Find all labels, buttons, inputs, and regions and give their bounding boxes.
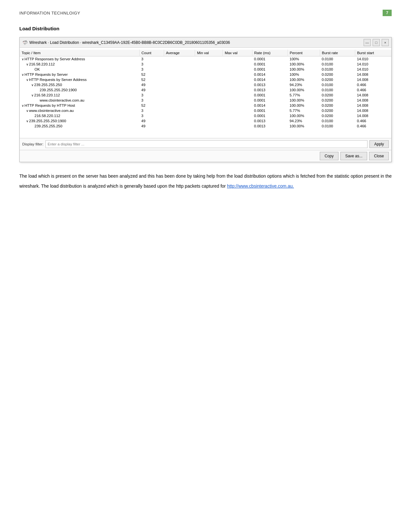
row-min — [195, 93, 223, 98]
minimize-button[interactable]: — — [364, 39, 371, 46]
row-average — [164, 98, 195, 103]
row-max — [223, 98, 252, 103]
copy-button[interactable]: Copy — [320, 152, 338, 160]
filter-bar: Display filter: Apply — [20, 138, 391, 150]
row-burst-rate: 0.0200 — [320, 93, 355, 98]
table-row: ∨216.58.220.11230.0001100.00%0.010014.01… — [20, 62, 391, 67]
apply-button[interactable]: Apply — [369, 140, 389, 148]
row-burst-start: 0.466 — [355, 82, 391, 87]
row-topic: 216.58.220.112 — [20, 113, 139, 118]
row-rate: 0.0013 — [252, 123, 288, 129]
table-area: Topic / Item Count Average Min val Max v… — [20, 48, 391, 138]
row-percent: 5.77% — [288, 108, 320, 113]
row-count: 3 — [139, 98, 164, 103]
title-bar: 🦈 Wireshark · Load Distribution · wiresh… — [20, 37, 391, 48]
chevron-icon: ∨ — [22, 104, 24, 107]
table-header: Topic / Item Count Average Min val Max v… — [20, 50, 391, 56]
row-percent: 100.00% — [288, 98, 320, 103]
row-min — [195, 98, 223, 103]
row-count: 49 — [139, 118, 164, 123]
table-row: OK30.0001100.00%0.010014.010 — [20, 67, 391, 72]
row-max — [223, 56, 252, 62]
row-rate: 0.0001 — [252, 62, 288, 67]
row-percent: 5.77% — [288, 93, 320, 98]
col-max: Max val — [223, 50, 252, 56]
row-min — [195, 67, 223, 72]
row-percent: 100.00% — [288, 103, 320, 108]
row-average — [164, 108, 195, 113]
row-average — [164, 113, 195, 118]
row-percent: 100.00% — [288, 113, 320, 118]
col-burst-rate: Burst rate — [320, 50, 355, 56]
col-count: Count — [139, 50, 164, 56]
chevron-icon: ∨ — [26, 63, 28, 66]
table-row: 239.255.255.250:1900490.0013100.00%0.010… — [20, 87, 391, 93]
chevron-icon: ∨ — [26, 109, 28, 113]
table-row: ∨HTTP Requests by HTTP Host520.0014100.0… — [20, 103, 391, 108]
row-average — [164, 93, 195, 98]
row-rate: 0.0014 — [252, 77, 288, 82]
col-rate: Rate (ms) — [252, 50, 288, 56]
row-rate: 0.0001 — [252, 67, 288, 72]
filter-input[interactable] — [45, 140, 367, 148]
maximize-button[interactable]: □ — [373, 39, 380, 46]
row-min — [195, 118, 223, 123]
close-button[interactable]: × — [382, 39, 389, 46]
table-row: www.cbsinteractive.com.au30.0001100.00%0… — [20, 98, 391, 103]
row-percent: 100% — [288, 72, 320, 77]
body-link[interactable]: http://www.cbsinteractive.com.au. — [227, 183, 294, 189]
row-burst-start: 14.010 — [355, 67, 391, 72]
row-burst-start: 0.466 — [355, 123, 391, 129]
row-burst-rate: 0.0100 — [320, 82, 355, 87]
row-burst-start: 14.008 — [355, 72, 391, 77]
row-burst-rate: 0.0200 — [320, 103, 355, 108]
row-burst-rate: 0.0200 — [320, 72, 355, 77]
row-topic: ∨239.255.255.250 — [20, 82, 139, 87]
col-average: Average — [164, 50, 195, 56]
row-burst-start: 14.010 — [355, 62, 391, 67]
table-row: 216.58.220.11230.0001100.00%0.020014.008 — [20, 113, 391, 118]
row-topic: ∨www.cbsinteractive.com.au — [20, 108, 139, 113]
row-topic: OK — [20, 67, 139, 72]
close-window-button[interactable]: Close — [369, 152, 389, 160]
title-bar-text: Wireshark · Load Distribution · wireshar… — [29, 40, 230, 45]
wireshark-icon: 🦈 — [22, 40, 27, 45]
row-count: 49 — [139, 82, 164, 87]
row-min — [195, 113, 223, 118]
row-rate: 0.0001 — [252, 56, 288, 62]
row-min — [195, 82, 223, 87]
chevron-icon: ∨ — [26, 78, 28, 82]
row-burst-start: 14.008 — [355, 108, 391, 113]
row-burst-start: 0.466 — [355, 118, 391, 123]
row-max — [223, 62, 252, 67]
row-percent: 94.23% — [288, 82, 320, 87]
section-heading: Load Distribution — [19, 26, 392, 31]
col-percent: Percent — [288, 50, 320, 56]
row-min — [195, 108, 223, 113]
row-average — [164, 103, 195, 108]
row-rate: 0.0014 — [252, 72, 288, 77]
save-as-button[interactable]: Save as... — [340, 152, 367, 160]
page-header: INFORMATION TECHNLOIGY 7 — [19, 10, 392, 16]
row-burst-rate: 0.0100 — [320, 123, 355, 129]
row-topic: 239.255.255.250:1900 — [20, 87, 139, 93]
page-number: 7 — [383, 10, 392, 16]
row-percent: 100% — [288, 56, 320, 62]
row-min — [195, 123, 223, 129]
row-average — [164, 72, 195, 77]
row-burst-start: 14.008 — [355, 103, 391, 108]
row-burst-start: 0.466 — [355, 87, 391, 93]
row-max — [223, 67, 252, 72]
row-count: 3 — [139, 56, 164, 62]
row-average — [164, 67, 195, 72]
row-burst-start: 14.008 — [355, 113, 391, 118]
body-text-main: The load which is present on the server … — [19, 173, 392, 189]
row-max — [223, 123, 252, 129]
row-average — [164, 77, 195, 82]
row-burst-rate: 0.0200 — [320, 77, 355, 82]
row-percent: 100.00% — [288, 67, 320, 72]
row-burst-rate: 0.0100 — [320, 62, 355, 67]
row-rate: 0.0013 — [252, 118, 288, 123]
row-count: 3 — [139, 62, 164, 67]
chevron-icon: ∨ — [31, 83, 34, 87]
